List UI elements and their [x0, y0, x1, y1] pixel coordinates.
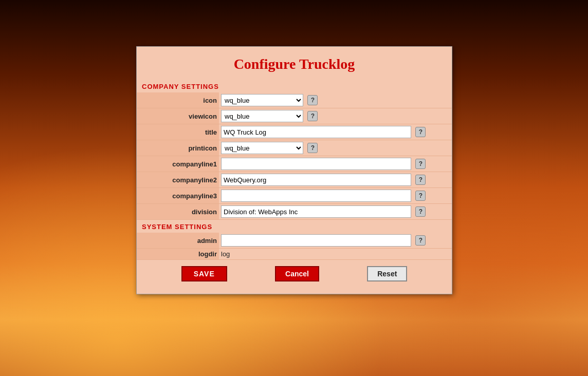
title-label: title [137, 124, 219, 140]
viewicon-select[interactable]: wq_blue wq_red wq_green [221, 110, 303, 122]
reset-button[interactable]: Reset [367, 266, 407, 281]
printicon-label: printicon [137, 140, 219, 156]
admin-help-button[interactable]: ? [415, 235, 426, 246]
table-row: division ? [137, 204, 452, 220]
title-input[interactable] [221, 126, 411, 138]
table-row: icon wq_blue wq_red wq_green ? [137, 92, 452, 108]
form-table: icon wq_blue wq_red wq_green ? viewicon [137, 92, 452, 220]
title-cell: ? [219, 124, 452, 140]
division-help-button[interactable]: ? [415, 206, 426, 217]
buttons-row: SAVE Cancel Reset [137, 260, 452, 289]
companyline3-cell: ? [219, 188, 452, 204]
table-row: viewicon wq_blue wq_red wq_green ? [137, 108, 452, 124]
companyline3-label: companyline3 [137, 188, 219, 204]
logdir-label: logdir [137, 249, 219, 260]
logdir-value: log [219, 249, 452, 260]
companyline1-label: companyline1 [137, 156, 219, 172]
table-row: printicon wq_blue wq_red wq_green ? [137, 140, 452, 156]
companyline1-help-button[interactable]: ? [415, 159, 426, 169]
companyline3-input[interactable] [221, 190, 411, 202]
companyline2-help-button[interactable]: ? [415, 175, 426, 185]
dialog-title: Configure Trucklog [137, 47, 452, 80]
division-label: division [137, 204, 219, 220]
table-row: admin ? [137, 233, 452, 249]
companyline2-label: companyline2 [137, 172, 219, 188]
system-settings-header: SYSTEM SETTINGS [137, 220, 452, 233]
viewicon-label: viewicon [137, 108, 219, 124]
configure-dialog: Configure Trucklog COMPANY SETTINGS icon… [136, 46, 452, 294]
icon-help-button[interactable]: ? [307, 95, 318, 105]
system-form-table: admin ? logdir log [137, 233, 452, 260]
printicon-select[interactable]: wq_blue wq_red wq_green [221, 142, 303, 154]
table-row: companyline2 ? [137, 172, 452, 188]
division-input[interactable] [221, 205, 411, 218]
admin-cell: ? [219, 233, 452, 249]
viewicon-cell: wq_blue wq_red wq_green ? [219, 108, 452, 124]
icon-cell: wq_blue wq_red wq_green ? [219, 92, 452, 108]
table-row: logdir log [137, 249, 452, 260]
printicon-help-button[interactable]: ? [307, 143, 318, 153]
admin-label: admin [137, 233, 219, 249]
cancel-button[interactable]: Cancel [275, 266, 319, 281]
companyline1-cell: ? [219, 156, 452, 172]
printicon-cell: wq_blue wq_red wq_green ? [219, 140, 452, 156]
table-row: title ? [137, 124, 452, 140]
icon-label: icon [137, 92, 219, 108]
dialog-body: COMPANY SETTINGS icon wq_blue wq_red wq_… [137, 80, 452, 294]
table-row: companyline3 ? [137, 188, 452, 204]
scroll-area[interactable]: COMPANY SETTINGS icon wq_blue wq_red wq_… [137, 80, 452, 260]
admin-input[interactable] [221, 234, 411, 247]
table-row: companyline1 ? [137, 156, 452, 172]
companyline2-input[interactable] [221, 174, 411, 186]
companyline3-help-button[interactable]: ? [415, 191, 426, 201]
icon-select[interactable]: wq_blue wq_red wq_green [221, 94, 303, 106]
viewicon-help-button[interactable]: ? [307, 111, 318, 121]
companyline1-input[interactable] [221, 158, 411, 170]
companyline2-cell: ? [219, 172, 452, 188]
title-help-button[interactable]: ? [415, 127, 426, 137]
company-settings-header: COMPANY SETTINGS [137, 80, 452, 92]
save-button[interactable]: SAVE [181, 266, 227, 281]
division-cell: ? [219, 204, 452, 220]
